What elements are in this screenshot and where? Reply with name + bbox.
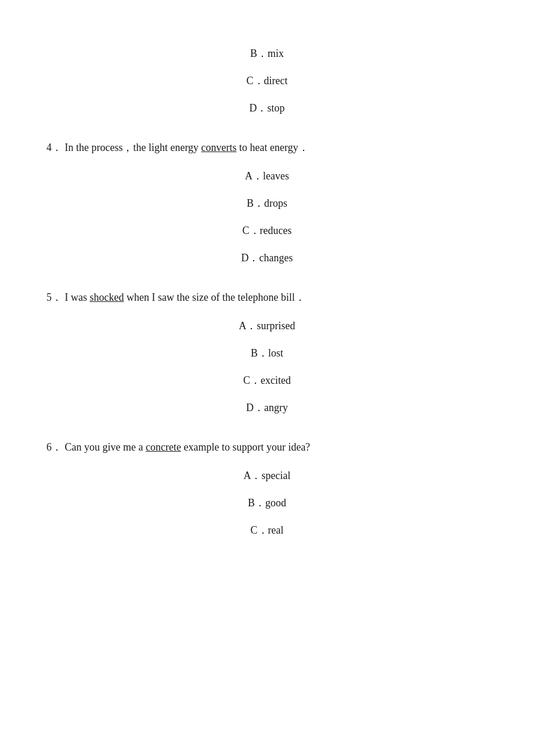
question-4-number: 4． bbox=[46, 142, 65, 153]
option-c-direct: C．direct bbox=[46, 73, 488, 89]
option-d-stop: D．stop bbox=[46, 100, 488, 117]
question-6-options: A．specialB．goodC．real bbox=[46, 467, 488, 538]
question-4-options: A．leavesB．dropsC．reducesD．changes bbox=[46, 168, 488, 266]
question-4-underline-word: converts bbox=[201, 142, 237, 153]
question-5: 5． I was shocked when I saw the size of … bbox=[46, 289, 488, 416]
question-5-text: 5． I was shocked when I saw the size of … bbox=[46, 289, 488, 306]
question-5-options: A．surprisedB．lostC．excitedD．angry bbox=[46, 318, 488, 416]
question-6-number: 6． bbox=[46, 441, 65, 453]
question-4-option-3: D．changes bbox=[46, 250, 488, 267]
question-4: 4． In the process，the light energy conve… bbox=[46, 139, 488, 266]
question-4-option-0: A．leaves bbox=[46, 168, 488, 185]
question-6-underline-word: concrete bbox=[146, 441, 181, 453]
question-5-text-before: I was bbox=[65, 291, 90, 303]
question-5-option-2: C．excited bbox=[46, 372, 488, 389]
question-6-option-0: A．special bbox=[46, 467, 488, 484]
question-5-number: 5． bbox=[46, 291, 65, 303]
question-6-option-1: B．good bbox=[46, 495, 488, 512]
question-5-text-after: when I saw the size of the telephone bil… bbox=[124, 291, 305, 303]
option-b-mix: B．mix bbox=[46, 45, 488, 62]
question-5-option-0: A．surprised bbox=[46, 318, 488, 334]
question-5-option-1: B．lost bbox=[46, 345, 488, 362]
question-6-option-2: C．real bbox=[46, 522, 488, 539]
question-4-option-1: B．drops bbox=[46, 195, 488, 212]
question-4-option-2: C．reduces bbox=[46, 222, 488, 239]
question-4-text-before: In the process，the light energy bbox=[65, 142, 201, 153]
question-4-text: 4． In the process，the light energy conve… bbox=[46, 139, 488, 156]
top-continuation-options: B．mix C．direct D．stop bbox=[46, 45, 488, 116]
question-5-underline-word: shocked bbox=[90, 291, 124, 303]
question-4-text-after: to heat energy． bbox=[237, 142, 309, 153]
question-5-option-3: D．angry bbox=[46, 399, 488, 416]
question-6-text: 6． Can you give me a concrete example to… bbox=[46, 439, 488, 456]
question-6: 6． Can you give me a concrete example to… bbox=[46, 439, 488, 538]
question-6-text-after: example to support your idea? bbox=[181, 441, 310, 453]
questions-container: 4． In the process，the light energy conve… bbox=[46, 139, 488, 538]
question-6-text-before: Can you give me a bbox=[65, 441, 146, 453]
